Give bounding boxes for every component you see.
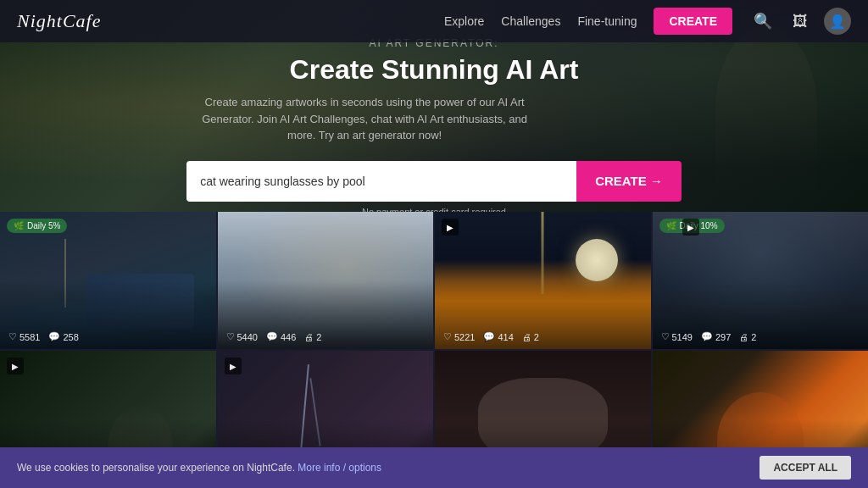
hero-description: Create amazing artworks in seconds using… xyxy=(186,94,542,144)
gallery-item-1[interactable]: 🌿 Daily 5% ♡5581 💬258 xyxy=(0,212,216,349)
hero-figure-decoration xyxy=(715,25,817,195)
gallery-badge-1: 🌿 Daily 5% xyxy=(7,219,67,233)
likes-4: ♡5149 xyxy=(661,331,693,342)
likes-3: ♡5221 xyxy=(443,331,475,342)
gallery-overlay-3 xyxy=(435,212,651,349)
gallery-stats-1: ♡5581 💬258 xyxy=(8,331,208,342)
nav-icons: 🔍 🖼 👤 xyxy=(749,8,851,35)
create-button-search[interactable]: CREATE → xyxy=(576,161,682,202)
nav-challenges[interactable]: Challenges xyxy=(501,14,560,28)
accept-cookies-button[interactable]: ACCEPT ALL xyxy=(760,456,851,480)
gallery-stats-4: ♡5149 💬297 🖨2 xyxy=(661,331,860,342)
likes-1: ♡5581 xyxy=(8,331,40,342)
badge-text-1: Daily 5% xyxy=(27,221,60,230)
comments-3: 💬414 xyxy=(483,331,513,342)
search-container: CREATE → xyxy=(186,161,682,202)
prints-3: 🖨2 xyxy=(522,332,539,342)
prints-2: 🖨2 xyxy=(304,332,321,342)
gallery-item-2[interactable]: ♡5440 💬446 🖨2 xyxy=(218,212,434,349)
search-input[interactable] xyxy=(186,161,576,202)
gallery-item-3[interactable]: ▶ ♡5221 💬414 🖨2 xyxy=(435,212,651,349)
hero-title: Create Stunning AI Art xyxy=(186,54,682,86)
cookie-more-info-link[interactable]: More info / options xyxy=(298,462,381,474)
video-badge-5: ▶ xyxy=(7,358,24,374)
create-button-nav[interactable]: CREATE xyxy=(654,8,732,35)
badge-icon-4: 🌿 xyxy=(666,221,676,230)
brand-logo[interactable]: NightCafe xyxy=(17,10,101,32)
comments-1: 💬258 xyxy=(48,331,78,342)
video-badge-4: ▶ xyxy=(682,219,699,236)
prints-4: 🖨2 xyxy=(739,332,756,342)
badge-icon-1: 🌿 xyxy=(14,221,24,230)
gallery-stats-3: ♡5221 💬414 🖨2 xyxy=(443,331,643,342)
gallery-item-4[interactable]: 🌿 Daily 10% ▶ ♡5149 💬297 🖨2 xyxy=(653,212,869,349)
navbar: NightCafe Explore Challenges Fine-tuning… xyxy=(0,0,868,42)
user-avatar[interactable]: 👤 xyxy=(824,8,851,35)
likes-2: ♡5440 xyxy=(226,331,258,342)
comments-4: 💬297 xyxy=(701,331,731,342)
video-badge-3: ▶ xyxy=(442,219,459,236)
gallery-icon[interactable]: 🖼 xyxy=(787,8,814,35)
nav-explore[interactable]: Explore xyxy=(444,14,484,28)
no-payment-text: No payment or credit card required xyxy=(186,207,682,212)
search-icon[interactable]: 🔍 xyxy=(749,8,776,35)
nav-finetuning[interactable]: Fine-tuning xyxy=(577,14,637,28)
hero-content: AI ART GENERATOR: Create Stunning AI Art… xyxy=(186,37,682,212)
video-badge-6: ▶ xyxy=(225,358,242,374)
gallery-stats-2: ♡5440 💬446 🖨2 xyxy=(226,331,426,342)
comments-2: 💬446 xyxy=(266,331,296,342)
gallery-overlay-2 xyxy=(218,212,434,349)
cookie-message: We use cookies to personalise your exper… xyxy=(17,462,381,474)
cookie-banner: We use cookies to personalise your exper… xyxy=(0,447,868,488)
nav-links: Explore Challenges Fine-tuning CREATE 🔍 … xyxy=(444,8,851,35)
